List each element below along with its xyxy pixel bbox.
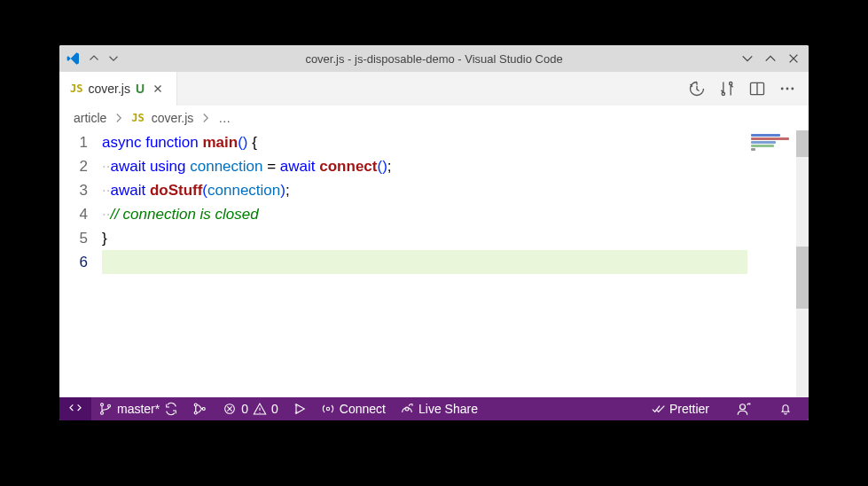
- more-actions-icon[interactable]: [778, 80, 796, 98]
- notifications-button[interactable]: [771, 397, 800, 420]
- svg-point-5: [101, 404, 104, 406]
- svg-point-4: [791, 88, 794, 90]
- minimap[interactable]: [747, 130, 796, 397]
- svg-point-3: [786, 88, 789, 90]
- status-bar: master* 0 0 Connect Live Share: [59, 397, 809, 420]
- code-line: async function main() {: [102, 130, 747, 154]
- tab-cover-js[interactable]: JS cover.js U: [59, 72, 177, 106]
- graph-button[interactable]: [185, 397, 215, 420]
- tab-filename: cover.js: [88, 82, 129, 96]
- code-line-current: [102, 250, 747, 274]
- line-number: 2: [59, 154, 88, 178]
- window-title: cover.js - js-disposable-demo - Visual S…: [305, 52, 562, 66]
- tab-bar: JS cover.js U: [59, 72, 809, 106]
- editor-area[interactable]: 1 2 3 4 5 6 async function main() { ··aw…: [59, 130, 809, 397]
- svg-point-14: [740, 404, 746, 410]
- remote-button[interactable]: [59, 397, 91, 420]
- code-line: }: [102, 226, 747, 250]
- titlebar: cover.js - js-disposable-demo - Visual S…: [59, 45, 809, 72]
- timeline-icon[interactable]: [688, 80, 706, 98]
- minimize-icon[interactable]: [741, 52, 754, 65]
- line-number: 5: [59, 226, 88, 250]
- code-content[interactable]: async function main() { ··await using co…: [102, 130, 747, 397]
- svg-point-6: [101, 412, 104, 414]
- vertical-scrollbar[interactable]: [796, 130, 809, 397]
- overview-marker: [796, 247, 809, 309]
- bell-icon: [778, 402, 793, 416]
- js-file-icon: JS: [131, 112, 144, 124]
- line-number: 1: [59, 130, 88, 154]
- live-share-icon: [400, 402, 414, 416]
- compare-changes-icon[interactable]: [718, 80, 736, 98]
- debug-button[interactable]: [285, 397, 314, 420]
- double-check-icon: [651, 402, 665, 416]
- breadcrumb[interactable]: article JS cover.js …: [59, 106, 809, 130]
- connect-label: Connect: [340, 402, 386, 416]
- breadcrumb-segment-file[interactable]: cover.js: [152, 111, 193, 125]
- js-file-icon: JS: [70, 82, 82, 95]
- error-count: 0: [241, 402, 248, 416]
- broadcast-icon: [321, 402, 335, 416]
- svg-point-2: [781, 88, 784, 90]
- line-number-gutter: 1 2 3 4 5 6: [59, 130, 102, 397]
- chevron-up-icon[interactable]: [88, 52, 100, 65]
- svg-point-8: [194, 404, 197, 406]
- tab-close-icon[interactable]: [150, 81, 166, 97]
- maximize-icon[interactable]: [764, 52, 777, 65]
- line-number: 4: [59, 202, 88, 226]
- svg-point-7: [108, 404, 111, 407]
- line-number-current: 6: [59, 250, 88, 274]
- breadcrumb-segment-folder[interactable]: article: [74, 111, 106, 125]
- prettier-label: Prettier: [669, 402, 709, 416]
- prettier-button[interactable]: Prettier: [644, 397, 716, 420]
- live-share-button[interactable]: Live Share: [393, 397, 485, 420]
- split-editor-icon[interactable]: [748, 80, 766, 98]
- vscode-window: cover.js - js-disposable-demo - Visual S…: [59, 45, 809, 420]
- vscode-logo-icon: [66, 51, 81, 66]
- feedback-icon: [736, 401, 752, 417]
- titlebar-left: [59, 51, 120, 66]
- live-share-label: Live Share: [418, 402, 478, 416]
- svg-point-9: [194, 412, 197, 414]
- warning-icon: [253, 402, 267, 416]
- status-bar-right: Prettier: [644, 397, 809, 420]
- code-line: ··await using connection = await connect…: [102, 154, 747, 178]
- chevron-right-icon: [200, 113, 211, 123]
- warning-count: 0: [271, 402, 278, 416]
- branch-button[interactable]: master*: [91, 397, 185, 420]
- error-icon: [223, 402, 237, 416]
- code-line: ··await doStuff(connection);: [102, 178, 747, 202]
- git-status-badge: U: [136, 82, 145, 96]
- svg-point-12: [326, 407, 329, 410]
- feedback-button[interactable]: [729, 397, 759, 420]
- close-icon[interactable]: [787, 52, 800, 65]
- problems-button[interactable]: 0 0: [215, 397, 285, 420]
- connect-button[interactable]: Connect: [314, 397, 393, 420]
- status-bar-left: master* 0 0 Connect Live Share: [59, 397, 485, 420]
- editor-actions: [688, 72, 809, 106]
- svg-point-10: [202, 408, 205, 411]
- scrollbar-thumb[interactable]: [796, 130, 809, 157]
- sync-icon: [164, 402, 178, 416]
- chevron-right-icon: [113, 113, 124, 123]
- chevron-down-icon[interactable]: [107, 52, 120, 65]
- breadcrumb-trailing[interactable]: …: [218, 111, 231, 125]
- window-controls: [741, 52, 809, 65]
- branch-name: master*: [117, 402, 160, 416]
- line-number: 3: [59, 178, 88, 202]
- minimap-content: [751, 134, 793, 152]
- code-line: ··// connection is closed: [102, 202, 747, 226]
